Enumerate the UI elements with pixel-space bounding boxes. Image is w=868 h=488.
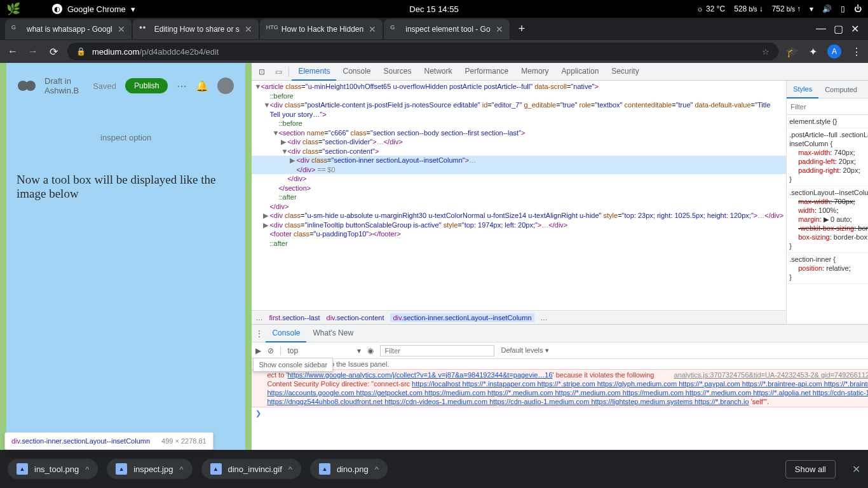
close-tab-icon[interactable]: ✕ — [245, 24, 252, 34]
close-tab-icon[interactable]: ✕ — [496, 24, 503, 34]
devtools-panel-tab[interactable]: Performance — [459, 63, 515, 81]
console-log[interactable]: View issues has been moved to the Issues… — [252, 359, 868, 450]
dom-node[interactable]: ▼<div class="postArticle-content js-post… — [252, 100, 786, 110]
devtools-panel-tab[interactable]: Console — [336, 63, 377, 81]
devtools-panel-tab[interactable]: Network — [418, 63, 459, 81]
dom-node[interactable]: ::after — [252, 193, 786, 202]
clock[interactable]: Dec 15 14:55 — [409, 4, 458, 14]
console-tab[interactable]: What's New — [306, 325, 360, 342]
chevron-up-icon[interactable]: ^ — [179, 464, 183, 474]
devtools-panel-tab[interactable]: Security — [605, 63, 645, 81]
medium-avatar[interactable] — [217, 78, 234, 94]
styles-filter-input[interactable] — [788, 102, 868, 112]
menu-icon[interactable]: ⋮ — [851, 46, 862, 58]
download-item[interactable]: ▲ins_tool.png^ — [8, 459, 98, 479]
css-rule[interactable]: main-brandi…lcHjA.css:1.sectionLayout--i… — [787, 186, 868, 253]
extensions-icon[interactable]: ✦ — [809, 46, 817, 58]
css-rule[interactable]: main-brandi…lcHjA.css:1.postArticle--ful… — [787, 128, 868, 186]
styles-tab[interactable]: Computed — [818, 81, 864, 98]
download-item[interactable]: ▲dino_invinci.gif^ — [201, 459, 301, 479]
new-tab-button[interactable]: + — [511, 22, 533, 36]
net-up: 752b/s ↑ — [772, 4, 801, 13]
dom-node[interactable]: </section> — [252, 184, 786, 193]
device-toolbar-icon[interactable]: ▭ — [271, 67, 286, 76]
download-item[interactable]: ▲inspect.jpg^ — [107, 459, 192, 479]
devtools-panel-tab[interactable]: Application — [555, 63, 606, 81]
dom-node[interactable]: </div> — [252, 202, 786, 212]
omnibox[interactable]: 🔒 medium.com/p/d4abddc4e2b4/edit ☆ — [67, 43, 778, 60]
chevron-up-icon[interactable]: ^ — [375, 464, 379, 474]
css-rule[interactable]: element.style {} — [787, 115, 868, 128]
dom-node[interactable]: ::before — [252, 92, 786, 101]
browser-tab[interactable]: ●●Editing How to share or s✕ — [133, 19, 259, 39]
breadcrumb-item[interactable]: first.section--last — [269, 314, 320, 322]
dom-node[interactable]: ::after — [252, 239, 786, 248]
dom-node[interactable]: ::before — [252, 119, 786, 128]
back-button[interactable]: ← — [6, 46, 19, 57]
star-icon[interactable]: ☆ — [762, 47, 770, 57]
dom-breadcrumb[interactable]: …first.section--lastdiv.section-contentd… — [252, 310, 786, 324]
volume-icon[interactable]: 🔊 — [822, 4, 832, 13]
reload-button[interactable]: ⟳ — [47, 46, 60, 58]
inspect-element-icon[interactable]: ⊡ — [254, 67, 269, 76]
dom-node[interactable]: Tell your story…"> — [252, 110, 786, 119]
devtools-panel-tab[interactable]: Sources — [377, 63, 418, 81]
dom-node[interactable]: ▶<div class="inlineTooltip buttonScalabl… — [252, 220, 786, 230]
dom-node[interactable]: ▼<article class="u-minHeight100vhOffset6… — [252, 82, 786, 92]
console-filter-input[interactable] — [380, 345, 494, 356]
forward-button[interactable]: → — [27, 46, 39, 57]
weather[interactable]: ☼ 32 °C — [696, 4, 725, 13]
show-all-downloads[interactable]: Show all — [785, 460, 836, 478]
css-rule[interactable]: main-brandi…lcHjA.css:1.section-inner {p… — [787, 253, 868, 284]
dom-node[interactable]: ▼<section name="c666" class="section sec… — [252, 128, 786, 138]
dom-node[interactable]: ▼<div class="section-content"> — [252, 147, 786, 156]
dom-node[interactable]: </div> == $0 — [252, 165, 786, 175]
drawer-menu-icon[interactable]: ⋮ — [255, 329, 263, 338]
minimize-button[interactable]: — — [816, 23, 826, 35]
close-tab-icon[interactable]: ✕ — [369, 24, 376, 34]
console-tab[interactable]: Console — [266, 325, 306, 342]
active-app[interactable]: ◐ Google Chrome ▾ — [52, 4, 135, 14]
console-sidebar-icon[interactable]: ▶ — [255, 346, 261, 355]
eye-icon[interactable]: ◉ — [367, 346, 374, 355]
battery-icon[interactable]: ▯ — [841, 4, 845, 13]
browser-tab[interactable]: HTGHow to Hack the Hidden ✕ — [260, 19, 383, 39]
styles-body[interactable]: element.style {}main-brandi…lcHjA.css:1.… — [787, 115, 868, 324]
breadcrumb-item[interactable]: … — [255, 314, 262, 322]
scholar-icon[interactable]: 🎓 — [786, 46, 799, 58]
dom-node[interactable]: ▶<div class="section-divider">…</div> — [252, 137, 786, 147]
power-icon[interactable]: ⏻ — [854, 4, 862, 13]
wifi-icon[interactable]: ▾ — [810, 4, 813, 13]
maximize-button[interactable]: ▢ — [834, 23, 843, 35]
bell-icon[interactable]: 🔔 — [196, 80, 208, 92]
styles-tab[interactable]: Styles — [787, 81, 818, 98]
browser-tab[interactable]: Ginspect element tool - Go✕ — [384, 19, 509, 39]
devtools-panel-tab[interactable]: Elements — [292, 63, 336, 81]
medium-logo[interactable] — [18, 81, 36, 91]
elements-tree[interactable]: ▼<article class="u-minHeight100vhOffset6… — [252, 81, 786, 310]
lock-icon[interactable]: 🔒 — [76, 47, 86, 56]
dom-node[interactable]: ▶<div class="u-sm-hide u-absolute u-marg… — [252, 211, 786, 220]
clear-console-icon[interactable]: ⊘ — [268, 346, 274, 355]
devtools-panel-tab[interactable]: Memory — [515, 63, 555, 81]
dom-node[interactable]: </div> — [252, 174, 786, 184]
styles-tab[interactable]: Layout — [864, 81, 868, 98]
publish-button[interactable]: Publish — [125, 78, 168, 93]
chevron-up-icon[interactable]: ^ — [288, 464, 292, 474]
more-icon[interactable]: ⋯ — [177, 80, 187, 92]
close-tab-icon[interactable]: ✕ — [118, 24, 125, 34]
profile-avatar[interactable]: A — [827, 44, 841, 58]
dom-node[interactable]: <footer class="u-paddingTop10"></footer> — [252, 229, 786, 239]
chevron-up-icon[interactable]: ^ — [85, 464, 89, 474]
download-item[interactable]: ▲dino.png^ — [310, 459, 388, 479]
breadcrumb-item[interactable]: … — [541, 314, 548, 322]
close-window-button[interactable]: ✕ — [851, 23, 859, 35]
breadcrumb-item[interactable]: div.section-content — [327, 314, 384, 322]
breadcrumb-item[interactable]: div.section-inner.sectionLayout--insetCo… — [390, 313, 534, 322]
dom-node[interactable]: ▶<div class="section-inner sectionLayout… — [252, 156, 786, 165]
close-download-bar[interactable]: ✕ — [852, 463, 860, 475]
article-body-text[interactable]: Now a tool box will be displayed like th… — [6, 173, 245, 201]
browser-tab[interactable]: Gwhat is whatsapp - Googl✕ — [5, 19, 132, 39]
log-levels[interactable]: Default levels ▾ — [501, 346, 548, 355]
context-selector[interactable]: top ▾ — [287, 346, 361, 355]
